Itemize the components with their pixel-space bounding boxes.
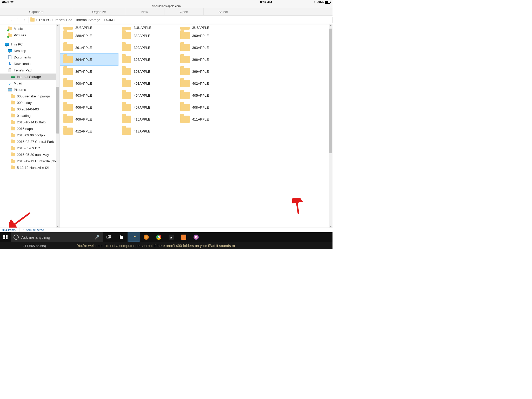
folder-item[interactable]: 397APPLE <box>60 65 118 77</box>
tree-item[interactable]: Desktop <box>0 48 56 54</box>
nav-back-button[interactable]: ← <box>2 18 6 22</box>
folder-label: 390APPLE <box>192 34 209 38</box>
crumb-internal-storage[interactable]: Internal Storage› <box>76 18 103 22</box>
ribbon-tab-open[interactable]: Open <box>164 10 203 14</box>
task-view-button[interactable] <box>103 232 115 242</box>
tree-item[interactable]: Music <box>0 25 56 32</box>
folder-item[interactable]: 393APPLE <box>177 42 235 54</box>
taskbar-itunes-icon[interactable]: ♪ <box>190 232 202 242</box>
folder-item[interactable]: 409APPLE <box>60 113 118 125</box>
folder-item[interactable]: 391APPLE <box>60 42 118 54</box>
folder-item[interactable]: 3U7APPLE <box>177 24 235 30</box>
ribbon-tab-new[interactable]: New <box>125 10 164 14</box>
folder-item[interactable]: 403APPLE <box>60 89 118 101</box>
start-button[interactable] <box>0 232 11 242</box>
tree-item[interactable]: 2013-10-14 Buffalo <box>0 119 56 125</box>
tree-item-label: Music <box>14 81 23 85</box>
folder-icon <box>63 80 73 87</box>
folder-item[interactable]: 392APPLE <box>118 42 177 54</box>
address-folder-icon <box>30 18 35 22</box>
folder-item[interactable]: 388APPLE <box>60 30 118 42</box>
folder-item[interactable]: 389APPLE <box>118 30 177 42</box>
tree-item[interactable]: Pictures <box>0 87 56 93</box>
tree-item[interactable]: 0000 re-take in piwigo <box>0 93 56 99</box>
folder-item[interactable]: 399APPLE <box>177 65 235 77</box>
scroll-thumb[interactable] <box>56 87 59 134</box>
taskbar-store-icon[interactable] <box>115 232 128 242</box>
mic-icon[interactable]: 🎤 <box>94 235 99 240</box>
tree-item[interactable]: This PC <box>0 41 56 48</box>
tree-item[interactable]: Internal Storage <box>0 74 56 80</box>
tree-item[interactable]: Documents <box>0 54 56 61</box>
nav-up-button[interactable]: ↑ <box>22 18 26 22</box>
tree-item[interactable]: ♪Music <box>0 80 56 87</box>
tree-item[interactable]: Irene's iPad <box>0 67 56 74</box>
tree-item[interactable]: 2015-02-27 Central Park <box>0 138 56 145</box>
browser-url: discussions.apple.com <box>0 5 332 8</box>
windows-taskbar: Ask me anything 🎤 a ♪ <box>0 232 332 242</box>
ribbon-tab-organize[interactable]: Organize <box>73 10 125 14</box>
folder-item[interactable]: 394APPLE <box>60 54 118 65</box>
folder-item[interactable]: 406APPLE <box>60 101 118 113</box>
tree-item[interactable]: 2015 napa <box>0 125 56 132</box>
scroll-down-icon[interactable]: ⌄ <box>56 224 59 228</box>
folder-item[interactable]: 396APPLE <box>177 54 235 65</box>
folder-icon <box>180 80 190 87</box>
folder-item[interactable]: 3UUAPPLE <box>118 24 177 30</box>
tree-item[interactable]: 2015.09.06 coolpix <box>0 132 56 138</box>
scroll-down-icon[interactable]: ⌄ <box>329 224 332 228</box>
taskbar-media-icon[interactable] <box>140 232 152 242</box>
folder-item[interactable]: 404APPLE <box>118 89 177 101</box>
folder-item[interactable]: 401APPLE <box>118 77 177 89</box>
tree-item[interactable]: 5-12-12 Huntsville t2i <box>0 164 56 171</box>
scroll-up-icon[interactable]: ⌃ <box>56 24 59 28</box>
scroll-up-icon[interactable]: ⌃ <box>329 24 332 28</box>
tree-item[interactable]: 0 loading <box>0 112 56 119</box>
folder-label: 397APPLE <box>75 70 92 74</box>
folder-item[interactable]: 412APPLE <box>60 125 118 137</box>
folder-label: 403APPLE <box>75 94 92 97</box>
tree-item[interactable]: 00 2014-04-03 <box>0 106 56 112</box>
taskbar-chrome-icon[interactable] <box>152 232 165 242</box>
scroll-thumb[interactable] <box>329 29 332 153</box>
tree-item[interactable]: 000 today <box>0 99 56 106</box>
folder-item[interactable]: 3U3APPLE <box>60 24 118 30</box>
tree-item[interactable]: Downloads <box>0 61 56 67</box>
sidebar-scrollbar[interactable]: ⌃ ⌄ <box>56 24 59 228</box>
folder-icon <box>180 68 190 75</box>
tree-item[interactable]: Pictures <box>0 32 56 38</box>
folder-item[interactable]: 395APPLE <box>118 54 177 65</box>
tree-item-label: Internal Storage <box>17 75 41 79</box>
folder-item[interactable]: 402APPLE <box>177 77 235 89</box>
tree-item-label: Irene's iPad <box>14 68 31 72</box>
folder-item[interactable]: 408APPLE <box>177 101 235 113</box>
crumb-irenes-ipad[interactable]: Irene's iPad› <box>55 18 75 22</box>
folder-item[interactable]: 413APPLE <box>118 125 177 137</box>
tree-item[interactable]: 2015-05-09 DC <box>0 145 56 151</box>
tree-item[interactable]: 2015-05-30 aunt May <box>0 151 56 158</box>
address-bar[interactable]: › This PC› Irene's iPad› Internal Storag… <box>29 17 332 23</box>
folder-label: 391APPLE <box>75 46 92 50</box>
folder-item[interactable]: 411APPLE <box>177 113 235 125</box>
folder-icon <box>180 56 190 63</box>
folder-item[interactable]: 390APPLE <box>177 30 235 42</box>
ribbon-tab-clipboard[interactable]: Clipboard <box>0 10 73 14</box>
folder-item[interactable]: 400APPLE <box>60 77 118 89</box>
ribbon-tab-select[interactable]: Select <box>204 10 243 14</box>
nav-forward-button[interactable]: → <box>8 18 13 22</box>
tree-item-label: 2015-05-09 DC <box>17 146 40 150</box>
taskbar-amazon-icon[interactable]: a <box>165 232 177 242</box>
tree-item[interactable]: 2015-12-12 Huntsville iphone <box>0 158 56 164</box>
taskbar-app-icon[interactable] <box>177 232 190 242</box>
folder-item[interactable]: 407APPLE <box>118 101 177 113</box>
folder-item[interactable]: 398APPLE <box>118 65 177 77</box>
svg-rect-5 <box>6 237 8 239</box>
content-scrollbar[interactable]: ⌃ ⌄ <box>329 24 332 228</box>
folder-item[interactable]: 405APPLE <box>177 89 235 101</box>
nav-recent-dropdown[interactable]: ˅ <box>15 18 20 22</box>
taskbar-explorer-icon[interactable] <box>128 232 140 242</box>
cortana-search[interactable]: Ask me anything 🎤 <box>11 232 103 242</box>
folder-item[interactable]: 410APPLE <box>118 113 177 125</box>
crumb-dcim[interactable]: DCIM› <box>104 18 115 22</box>
crumb-this-pc[interactable]: This PC› <box>38 18 53 22</box>
